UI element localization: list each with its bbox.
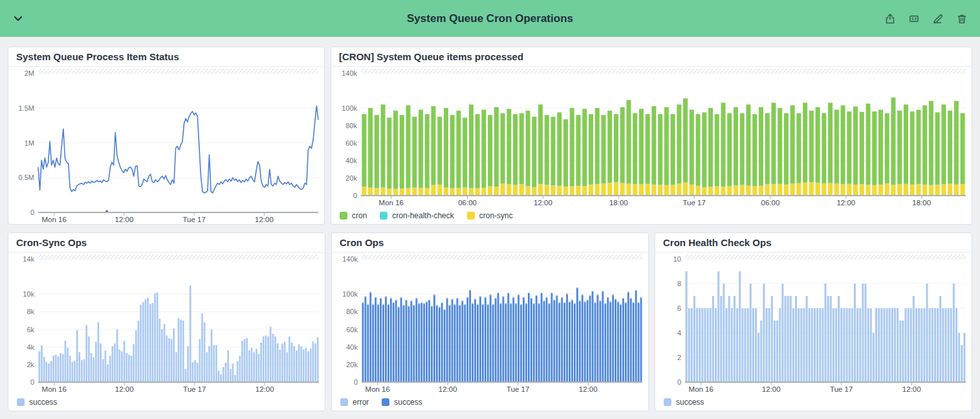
svg-text:12:00: 12:00 — [579, 385, 598, 393]
svg-text:0: 0 — [30, 209, 34, 216]
chart-legend: errorsuccess — [332, 394, 648, 411]
share-button[interactable] — [882, 11, 898, 27]
svg-text:14k: 14k — [23, 255, 34, 263]
svg-text:12:00: 12:00 — [902, 385, 921, 393]
cron-sync-ops-bar-chart[interactable]: 14k10k8k6k4k2k0Mon 1612:00Tue 1712:00 — [8, 253, 325, 394]
dashboard-title: System Queue Cron Operations — [407, 12, 573, 25]
svg-text:60k: 60k — [346, 326, 358, 334]
cron-health-check-ops-bar-chart[interactable]: 1086420Mon 1612:00Tue 1712:00 — [655, 253, 972, 394]
svg-text:40k: 40k — [345, 157, 357, 164]
svg-text:20k: 20k — [346, 361, 358, 368]
svg-text:80k: 80k — [346, 308, 358, 315]
svg-text:4k: 4k — [27, 343, 34, 351]
svg-text:12:00: 12:00 — [762, 385, 781, 393]
header-actions — [882, 11, 970, 27]
svg-text:80k: 80k — [345, 122, 357, 130]
legend-swatch — [382, 398, 389, 406]
svg-text:Tue 17: Tue 17 — [183, 385, 206, 393]
chart-card-cron-ops: Cron Ops 140k100k80k60k40k20k0Mon 1612:0… — [331, 232, 649, 411]
legend-swatch — [340, 398, 348, 406]
svg-text:2M: 2M — [25, 69, 34, 77]
svg-text:Mon 16: Mon 16 — [42, 216, 67, 223]
dashboard-header: System Queue Cron Operations — [0, 0, 980, 37]
svg-text:6: 6 — [677, 304, 681, 312]
legend-label: cron — [352, 211, 367, 220]
chart-title: Cron-Sync Ops — [8, 233, 325, 253]
legend-label: success — [676, 398, 704, 407]
legend-item-success[interactable]: success — [17, 398, 57, 407]
legend-item-cron[interactable]: cron — [340, 211, 367, 220]
chart-title: Cron Ops — [332, 233, 648, 253]
svg-text:0: 0 — [354, 378, 358, 386]
chevron-down-icon — [12, 13, 24, 25]
legend-item-success[interactable]: success — [664, 398, 704, 407]
chart-card-items-processed: [CRON] System Queue items processed 140k… — [331, 47, 972, 225]
svg-text:Mon 16: Mon 16 — [689, 385, 713, 393]
chart-legend: croncron-health-checkcron-sync — [331, 207, 972, 224]
trash-icon — [956, 13, 968, 25]
chart-legend: success — [8, 394, 325, 411]
svg-text:0.5M: 0.5M — [19, 174, 34, 181]
copy-dashboard-button[interactable] — [906, 11, 922, 27]
svg-text:12:00: 12:00 — [115, 216, 134, 223]
collapse-button[interactable] — [10, 11, 26, 27]
legend-swatch — [664, 398, 671, 406]
svg-text:06:00: 06:00 — [458, 199, 477, 207]
svg-text:0: 0 — [30, 378, 34, 386]
chart-card-process-item-status: System Queue Process Item Status 2M1.5M1… — [8, 47, 325, 225]
svg-text:Tue 17: Tue 17 — [506, 385, 529, 393]
svg-text:2: 2 — [677, 354, 681, 361]
svg-text:Mon 16: Mon 16 — [365, 385, 390, 393]
legend-item-cron-sync[interactable]: cron-sync — [467, 211, 513, 220]
legend-item-cron-health-check[interactable]: cron-health-check — [380, 211, 453, 220]
svg-text:4: 4 — [677, 329, 681, 337]
svg-text:10: 10 — [673, 255, 681, 263]
svg-text:8k: 8k — [27, 308, 34, 315]
legend-swatch — [17, 398, 25, 406]
pencil-icon — [932, 13, 944, 25]
chart-card-cron-health-check-ops: Cron Health Check Ops 1086420Mon 1612:00… — [655, 232, 972, 411]
svg-text:2k: 2k — [27, 361, 34, 368]
chart-title: [CRON] System Queue items processed — [331, 47, 972, 67]
svg-text:12:00: 12:00 — [439, 385, 457, 393]
legend-item-success[interactable]: success — [382, 398, 422, 407]
legend-label: cron-sync — [479, 211, 513, 220]
items-processed-stacked-bar-chart[interactable]: 140k100k80k60k40k20k0Mon 1606:0012:0018:… — [331, 67, 972, 207]
chart-title: System Queue Process Item Status — [8, 47, 324, 67]
svg-text:12:00: 12:00 — [534, 199, 552, 207]
legend-swatch — [467, 212, 475, 220]
svg-text:Tue 17: Tue 17 — [182, 216, 205, 223]
cron-ops-bar-chart[interactable]: 140k100k80k60k40k20k0Mon 1612:00Tue 1712… — [332, 253, 648, 394]
legend-label: success — [394, 398, 422, 407]
svg-text:10k: 10k — [23, 290, 34, 298]
svg-text:12:00: 12:00 — [115, 385, 134, 393]
svg-text:18:00: 18:00 — [609, 199, 628, 207]
svg-text:Mon 16: Mon 16 — [379, 199, 404, 207]
svg-text:140k: 140k — [342, 69, 357, 77]
edit-button[interactable] — [930, 11, 946, 27]
svg-text:0: 0 — [353, 192, 357, 199]
legend-swatch — [380, 212, 387, 220]
svg-text:12:00: 12:00 — [256, 385, 274, 393]
svg-text:100k: 100k — [342, 104, 357, 112]
share-icon — [884, 13, 896, 25]
svg-text:1M: 1M — [25, 139, 34, 147]
svg-text:20k: 20k — [345, 174, 357, 182]
svg-text:60k: 60k — [345, 139, 357, 147]
svg-text:Mon 16: Mon 16 — [42, 385, 67, 393]
copy-dashboard-icon — [908, 13, 920, 25]
svg-text:8: 8 — [677, 280, 681, 288]
process-item-status-line-chart[interactable]: 2M1.5M1M0.5M0Mon 1612:00Tue 1712:00 — [8, 67, 324, 224]
legend-swatch — [340, 212, 347, 220]
dashboard-content: System Queue Process Item Status 2M1.5M1… — [0, 37, 980, 419]
svg-text:100k: 100k — [342, 290, 358, 298]
svg-text:1.5M: 1.5M — [19, 104, 34, 112]
svg-text:0: 0 — [677, 378, 681, 386]
legend-item-error[interactable]: error — [340, 398, 369, 407]
delete-button[interactable] — [954, 11, 970, 27]
svg-text:06:00: 06:00 — [761, 199, 780, 207]
chart-card-cron-sync-ops: Cron-Sync Ops 14k10k8k6k4k2k0Mon 1612:00… — [8, 232, 325, 411]
legend-label: cron-health-check — [392, 211, 453, 220]
svg-text:12:00: 12:00 — [836, 199, 855, 207]
svg-text:12:00: 12:00 — [255, 216, 274, 223]
